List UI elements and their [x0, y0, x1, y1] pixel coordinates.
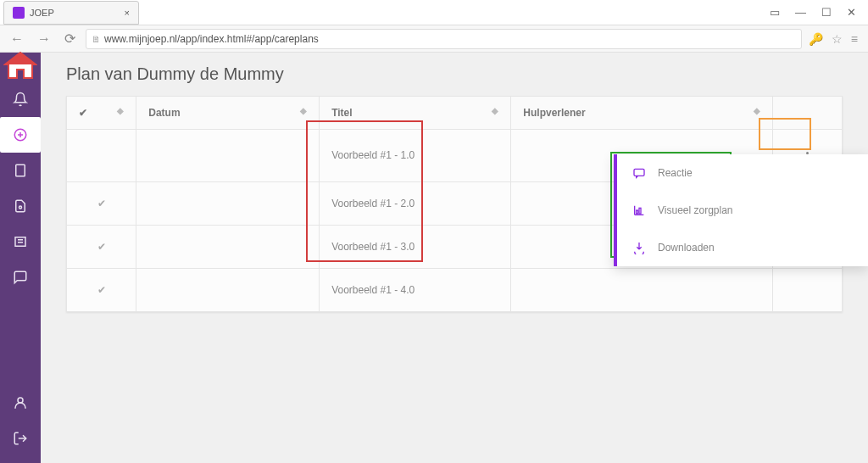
minimize-icon[interactable]: —: [795, 6, 806, 19]
sort-icon: ◆: [754, 107, 760, 115]
close-window-icon[interactable]: ✕: [847, 6, 856, 19]
cell-check: [67, 130, 136, 182]
favicon-icon: [13, 7, 25, 19]
forward-icon[interactable]: →: [34, 31, 54, 47]
menu-item-reactie[interactable]: Reactie: [617, 154, 868, 192]
user-avatar-icon[interactable]: ▭: [770, 6, 780, 19]
chat-icon: [632, 166, 646, 180]
sidebar-item-logout[interactable]: [0, 421, 41, 456]
sidebar-item-add[interactable]: [0, 117, 41, 153]
cell-datum: [136, 181, 320, 225]
highlight-kebab: [759, 118, 811, 150]
sidebar-item-document[interactable]: [0, 188, 41, 224]
sort-icon: ◆: [492, 107, 498, 115]
download-icon: [632, 241, 646, 254]
sidebar-item-file[interactable]: [0, 153, 41, 188]
browser-address-bar: ← → ⟳ 🗎 www.mijnjoep.nl/app/index.html#/…: [0, 25, 868, 53]
cell-check: ✔: [67, 268, 136, 311]
cell-hulpverlener: [511, 268, 772, 311]
cell-titel: Voorbeeld #1 - 4.0: [320, 268, 511, 311]
cell-check: ✔: [67, 181, 136, 225]
col-header-hulpverlener[interactable]: Hulpverlener ◆: [511, 97, 772, 130]
page-title: Plan van Dummy de Mummy: [66, 64, 843, 84]
menu-label: Downloaden: [658, 242, 715, 254]
key-icon[interactable]: 🔑: [809, 32, 823, 46]
url-text: www.mijnjoep.nl/app/index.html#/app/care…: [104, 33, 319, 45]
cell-datum: [136, 225, 320, 268]
sidebar-item-alerts[interactable]: [0, 81, 41, 117]
menu-label: Reactie: [658, 167, 693, 179]
col-header-datum[interactable]: Datum ◆: [136, 97, 320, 130]
cell-check: ✔: [67, 225, 136, 268]
browser-tab[interactable]: JOEP ×: [3, 1, 139, 25]
menu-label: Visueel zorgplan: [658, 204, 733, 216]
row-actions-menu: Reactie Visueel zorgplan Downloaden: [614, 154, 868, 266]
sidebar-item-news[interactable]: [0, 224, 41, 259]
svg-rect-5: [16, 165, 25, 176]
window-controls: ▭ — ☐ ✕: [770, 6, 868, 19]
home-logo[interactable]: [0, 53, 41, 81]
svg-rect-15: [637, 210, 638, 214]
menu-item-visueel[interactable]: Visueel zorgplan: [617, 192, 868, 229]
back-icon[interactable]: ←: [7, 31, 27, 47]
col-header-check[interactable]: ✔ ◆: [67, 97, 136, 130]
cell-actions: [772, 268, 842, 311]
svg-point-10: [18, 398, 23, 403]
col-datum-label: Datum: [148, 107, 180, 119]
star-icon[interactable]: ☆: [832, 32, 843, 46]
close-tab-icon[interactable]: ×: [125, 8, 130, 18]
svg-point-6: [19, 206, 22, 209]
svg-rect-16: [639, 208, 641, 214]
sort-icon: ◆: [117, 107, 124, 115]
menu-item-downloaden[interactable]: Downloaden: [617, 229, 868, 266]
cell-datum: [136, 268, 320, 311]
col-hulp-label: Hulpverlener: [523, 107, 585, 119]
cell-datum: [136, 130, 320, 182]
svg-rect-12: [634, 169, 644, 176]
svg-marker-1: [5, 53, 36, 64]
check-icon: ✔: [79, 107, 87, 119]
highlight-titel: [306, 120, 423, 262]
sort-icon: ◆: [300, 107, 307, 115]
sidebar: [0, 53, 41, 463]
browser-tab-bar: JOEP × ▭ — ☐ ✕: [0, 0, 868, 25]
maximize-icon[interactable]: ☐: [821, 6, 832, 19]
reload-icon[interactable]: ⟳: [61, 31, 79, 47]
col-titel-label: Titel: [331, 107, 352, 119]
table-row[interactable]: ✔Voorbeeld #1 - 4.0: [67, 268, 843, 311]
url-input[interactable]: 🗎 www.mijnjoep.nl/app/index.html#/app/ca…: [86, 29, 802, 49]
sidebar-item-chat[interactable]: [0, 259, 41, 295]
tab-title: JOEP: [30, 8, 54, 18]
menu-icon[interactable]: ≡: [851, 32, 858, 46]
sidebar-item-user[interactable]: [0, 385, 41, 421]
chart-icon: [632, 204, 646, 217]
page-info-icon: 🗎: [92, 34, 101, 44]
